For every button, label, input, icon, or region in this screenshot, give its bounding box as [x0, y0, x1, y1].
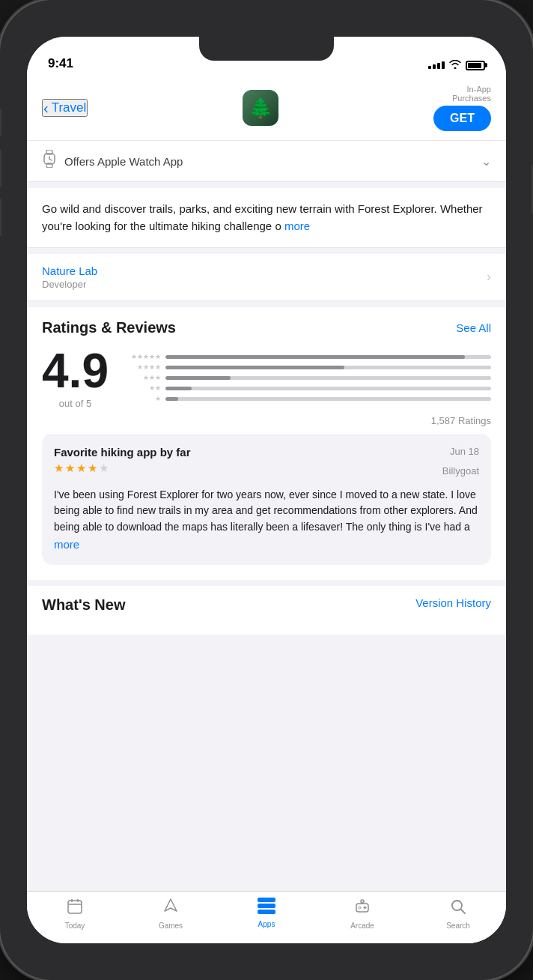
see-all-button[interactable]: See All	[456, 321, 491, 334]
games-label: Games	[159, 922, 183, 930]
rating-summary: 4.9 out of 5 ★★★★★ ★★★★	[42, 347, 491, 409]
review-date: Jun 18	[450, 446, 479, 457]
watch-banner[interactable]: Offers Apple Watch App ⌄	[27, 141, 506, 182]
notch	[199, 37, 334, 61]
description-section: Go wild and discover trails, parks, and …	[27, 188, 506, 248]
review-more-link[interactable]: more	[54, 538, 79, 551]
star-3: ★	[76, 462, 86, 475]
whats-new-title: What's New	[42, 596, 125, 614]
watch-banner-content: Offers Apple Watch App	[42, 150, 183, 172]
wifi-icon	[449, 59, 461, 71]
watch-icon	[42, 150, 57, 172]
big-rating: 4.9 out of 5	[42, 347, 109, 409]
review-title: Favorite hiking app by far	[54, 446, 191, 459]
more-link[interactable]: more	[284, 220, 310, 232]
arcade-icon	[353, 898, 371, 919]
phone-screen: 9:41	[27, 37, 506, 943]
developer-info: Nature Lab Developer	[42, 264, 97, 290]
scroll-body[interactable]: Offers Apple Watch App ⌄ Go wild and dis…	[27, 141, 506, 891]
apps-label: Apps	[258, 920, 275, 928]
arcade-label: Arcade	[350, 922, 374, 930]
mute-button	[0, 109, 1, 136]
star-4: ★	[88, 462, 97, 475]
tab-arcade[interactable]: Arcade	[314, 898, 410, 930]
watch-banner-label: Offers Apple Watch App	[64, 155, 183, 168]
svg-point-15	[359, 907, 361, 909]
ratings-count: 1,587 Ratings	[42, 415, 491, 426]
search-label: Search	[446, 922, 470, 930]
star-1: ★	[54, 462, 64, 475]
games-icon	[162, 898, 180, 919]
apps-icon	[257, 898, 276, 917]
tab-games[interactable]: Games	[123, 898, 219, 930]
rating-bar-row-5: ★★★★★	[124, 353, 491, 360]
developer-section[interactable]: Nature Lab Developer ›	[27, 254, 506, 301]
rating-bar-row-1: ★	[124, 395, 491, 402]
rating-bar-row-3: ★★★	[124, 374, 491, 381]
ratings-section: Ratings & Reviews See All 4.9 out of 5 ★…	[27, 307, 506, 581]
app-icon: 🌲	[243, 90, 278, 126]
header-right: In-AppPurchases GET	[433, 85, 491, 131]
battery-icon	[466, 61, 485, 70]
description-text: Go wild and discover trails, parks, and …	[42, 200, 491, 235]
whats-new-section: What's New Version History	[27, 586, 506, 620]
today-icon	[66, 898, 84, 919]
back-chevron-icon: ‹	[43, 100, 49, 115]
ratings-title: Ratings & Reviews	[42, 319, 176, 336]
svg-rect-10	[258, 904, 275, 908]
version-history-link[interactable]: Version History	[415, 596, 491, 609]
status-time: 9:41	[48, 56, 73, 71]
developer-name: Nature Lab	[42, 264, 97, 277]
volume-down-button	[0, 199, 1, 236]
volume-up-button	[0, 150, 1, 187]
back-button[interactable]: ‹ Travel	[42, 99, 88, 117]
review-body: I've been using Forest Explorer for two …	[54, 487, 479, 554]
app-header: ‹ Travel 🌲 In-AppPurchases GET	[27, 77, 506, 141]
chevron-down-icon: ⌄	[481, 154, 491, 169]
svg-rect-9	[258, 898, 275, 902]
svg-rect-7	[71, 899, 73, 902]
review-card: Favorite hiking app by far Jun 18 ★ ★ ★ …	[42, 434, 491, 566]
get-button[interactable]: GET	[433, 106, 491, 131]
review-header: Favorite hiking app by far Jun 18	[54, 446, 479, 459]
tab-today[interactable]: Today	[27, 898, 123, 930]
tab-apps[interactable]: Apps	[219, 898, 314, 928]
developer-label: Developer	[42, 279, 97, 290]
ratings-header: Ratings & Reviews See All	[42, 319, 491, 336]
rating-bar-row-4: ★★★★	[124, 363, 491, 371]
bottom-spacer	[27, 620, 506, 635]
back-label: Travel	[52, 100, 87, 115]
tab-search[interactable]: Search	[410, 898, 506, 930]
svg-line-19	[461, 910, 466, 914]
svg-point-13	[361, 900, 364, 903]
signal-icon	[428, 61, 445, 69]
review-stars: ★ ★ ★ ★ ★	[54, 462, 109, 475]
svg-rect-11	[258, 910, 275, 914]
svg-rect-5	[68, 901, 82, 913]
search-icon	[449, 898, 467, 919]
status-icons	[428, 59, 485, 71]
rating-bars: ★★★★★ ★★★★ ★★★	[124, 353, 491, 402]
app-content: ‹ Travel 🌲 In-AppPurchases GET	[27, 77, 506, 943]
review-meta-row: ★ ★ ★ ★ ★ Billygoat	[54, 462, 479, 481]
developer-chevron-icon: ›	[487, 269, 491, 285]
review-author: Billygoat	[442, 465, 479, 477]
rating-score: 4.9	[42, 347, 109, 395]
rating-bar-row-2: ★★	[124, 384, 491, 392]
phone-frame: 9:41	[0, 0, 533, 980]
rating-out-of: out of 5	[59, 398, 91, 409]
star-2: ★	[65, 462, 75, 475]
svg-rect-8	[77, 899, 79, 902]
today-label: Today	[65, 922, 85, 930]
star-5: ★	[99, 462, 109, 475]
tab-bar: Today Games	[27, 891, 506, 943]
svg-line-4	[49, 159, 52, 160]
in-app-purchases-label: In-AppPurchases	[452, 85, 491, 103]
